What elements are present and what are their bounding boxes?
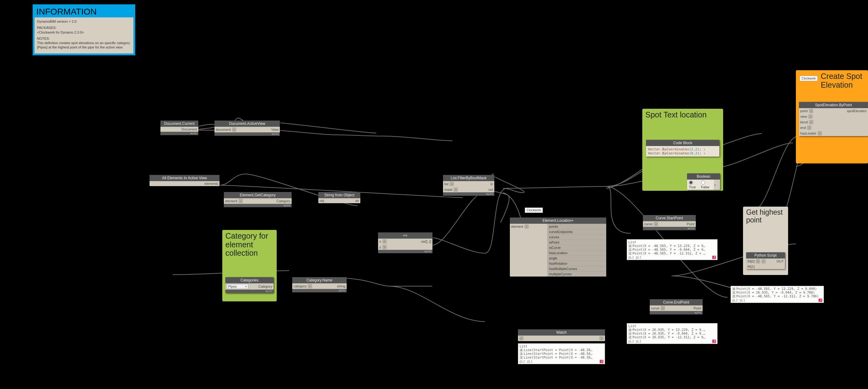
preview-line: Line(StartPoint = Point(X = -48.56… bbox=[524, 355, 592, 359]
chevron-down-icon: ▾ bbox=[245, 285, 247, 288]
port-out[interactable]: points bbox=[547, 224, 606, 229]
chevron-right-icon[interactable]: › bbox=[450, 182, 454, 186]
port-out[interactable]: Point bbox=[693, 306, 701, 310]
chevron-right-icon[interactable]: › bbox=[818, 131, 822, 135]
chevron-right-icon[interactable]: › bbox=[654, 222, 658, 226]
node-title: String from Object bbox=[318, 192, 360, 198]
chevron-right-icon[interactable]: › bbox=[308, 284, 312, 288]
chevron-right-icon[interactable]: › bbox=[524, 224, 529, 229]
port-out[interactable]: elements bbox=[204, 182, 218, 186]
port-in-mask[interactable]: mask bbox=[444, 188, 452, 191]
preview-curve-endpoint: List 0Point(X = 26.935, Y = 13.229, Z = … bbox=[627, 323, 717, 344]
node-equals[interactable]: == x › var[]..[] y › AUTO bbox=[378, 232, 432, 253]
port-out[interactable]: spotElevation bbox=[847, 109, 867, 113]
port-in[interactable]: hasLeader bbox=[800, 131, 816, 135]
node-watch[interactable]: Watch › › bbox=[518, 329, 605, 341]
package-tag-clockwork: Clockwork bbox=[800, 76, 818, 81]
code-block-content[interactable]: Vector.ByCoordinates(2,2); › Vector.ByCo… bbox=[646, 146, 719, 157]
port-in-x[interactable]: x bbox=[379, 239, 381, 243]
port-out[interactable]: hasRotation bbox=[547, 261, 606, 266]
port-out-out[interactable]: out bbox=[488, 188, 493, 191]
port-out[interactable]: hasMultipleCurves bbox=[547, 266, 606, 271]
port-in[interactable]: curve bbox=[651, 306, 659, 310]
port-in-list[interactable]: list bbox=[444, 182, 448, 186]
port-out[interactable]: Category bbox=[276, 199, 290, 203]
categories-dropdown[interactable]: Pipes ▾ bbox=[227, 284, 248, 289]
boolean-false-option[interactable]: False bbox=[701, 181, 712, 189]
port-in[interactable]: curve bbox=[644, 222, 653, 226]
port-out[interactable]: str bbox=[355, 199, 359, 202]
port-out[interactable]: Document bbox=[182, 127, 197, 131]
plus-button[interactable]: + bbox=[756, 259, 760, 263]
node-title: Python Script bbox=[746, 252, 785, 259]
chevron-right-icon[interactable]: › bbox=[808, 114, 813, 119]
node-filter-by-boolmask[interactable]: List.FilterByBoolMask list › in mask › o… bbox=[443, 175, 494, 196]
port-in1[interactable]: IN[1] bbox=[747, 265, 754, 268]
port-out[interactable]: Category bbox=[258, 285, 272, 288]
port-in0[interactable]: IN[0] bbox=[747, 259, 754, 263]
port-in[interactable]: category bbox=[293, 284, 307, 288]
node-boolean[interactable]: Boolean True False › bbox=[687, 173, 720, 190]
chevron-right-icon[interactable]: › bbox=[714, 183, 719, 187]
minus-button[interactable]: - bbox=[762, 259, 766, 263]
chevron-right-icon[interactable]: › bbox=[519, 336, 524, 341]
chevron-right-icon[interactable]: › bbox=[809, 120, 813, 124]
node-string-from-object[interactable]: String from Object obj str bbox=[318, 192, 360, 203]
node-python-script[interactable]: Python Script IN[0] + - OUT IN[1] bbox=[746, 252, 785, 269]
node-document-current[interactable]: Document.Current Document AUTO bbox=[160, 121, 198, 135]
chevron-right-icon[interactable]: › bbox=[232, 127, 236, 132]
chevron-right-icon[interactable]: › bbox=[239, 199, 243, 203]
port-out[interactable]: string bbox=[337, 284, 345, 288]
node-title: All Elements In Active View bbox=[150, 175, 219, 181]
port-out[interactable]: isCurve bbox=[547, 245, 606, 250]
boolean-true-option[interactable]: True bbox=[689, 181, 699, 189]
port-out[interactable]: angle bbox=[547, 255, 606, 261]
node-element-get-category[interactable]: Element.GetCategory element › Category A… bbox=[224, 192, 291, 207]
node-document-activeview[interactable]: Document.ActiveView document › View AUTO bbox=[215, 121, 280, 136]
node-lacing: AUTO bbox=[224, 204, 291, 207]
node-title: Document.ActiveView bbox=[215, 121, 280, 127]
port-out-in[interactable]: in bbox=[490, 182, 493, 186]
node-category-name[interactable]: Category.Name category › string AUTO bbox=[292, 277, 347, 292]
port-out[interactable]: OUT bbox=[777, 259, 784, 263]
port-out[interactable]: Point bbox=[687, 222, 694, 226]
port-in-y[interactable]: y bbox=[379, 245, 381, 249]
port-in[interactable]: end bbox=[800, 126, 806, 130]
node-lacing: AUTO bbox=[215, 132, 280, 136]
group-title: Get highest point bbox=[746, 208, 785, 224]
node-element-location-plus[interactable]: Element.Location+ element › points curve… bbox=[510, 218, 606, 277]
node-title: Category.Name bbox=[292, 277, 347, 283]
port-out[interactable]: hasLocation bbox=[547, 250, 606, 255]
node-curve-startpoint[interactable]: Curve.StartPoint curve › Point AUTO bbox=[643, 215, 696, 230]
node-lacing: AUTO bbox=[225, 290, 274, 293]
port-in[interactable]: element bbox=[225, 199, 237, 203]
chevron-right-icon[interactable]: › bbox=[809, 109, 813, 113]
port-out[interactable]: curveEndpoints bbox=[547, 229, 606, 234]
chevron-right-icon[interactable]: › bbox=[661, 306, 665, 311]
port-in[interactable]: element bbox=[511, 225, 523, 228]
chevron-right-icon[interactable]: › bbox=[807, 126, 811, 130]
port-in[interactable]: obj bbox=[319, 199, 324, 202]
port-out[interactable]: isPoint bbox=[547, 239, 606, 245]
node-title: Code Block bbox=[646, 140, 719, 146]
port-out[interactable]: var[]..[] bbox=[421, 239, 431, 243]
node-curve-endpoint[interactable]: Curve.EndPoint curve › Point AUTO bbox=[650, 299, 703, 315]
chevron-right-icon[interactable]: › bbox=[454, 187, 458, 192]
preview-line: Point(X = 26.935, Y = -0.044, Z = 9.786) bbox=[736, 291, 815, 294]
chevron-right-icon[interactable]: › bbox=[382, 245, 387, 249]
node-all-elements-active-view[interactable]: All Elements In Active View elements bbox=[150, 175, 219, 186]
port-out[interactable]: View bbox=[271, 128, 279, 131]
node-categories[interactable]: Categories Pipes ▾ Category AUTO bbox=[225, 277, 274, 293]
chevron-right-icon[interactable]: › bbox=[599, 336, 604, 341]
port-in[interactable]: view bbox=[800, 115, 807, 118]
preview-curve-startpoint: List 0Point(X = -48.565, Y = 13.229, Z =… bbox=[627, 239, 717, 260]
port-out[interactable]: curves bbox=[547, 234, 606, 239]
node-code-block[interactable]: Code Block Vector.ByCoordinates(2,2); › … bbox=[646, 140, 719, 157]
port-in[interactable]: bend bbox=[800, 120, 808, 124]
node-spot-elevation-by-point[interactable]: SpotElevation.ByPoint point › spotElevat… bbox=[799, 102, 868, 136]
node-lacing: AUTO bbox=[443, 192, 494, 196]
port-out[interactable]: multipleCurves bbox=[547, 271, 606, 277]
port-in[interactable]: point bbox=[800, 109, 808, 113]
chevron-right-icon[interactable]: › bbox=[382, 239, 387, 244]
port-in[interactable]: document bbox=[216, 128, 231, 131]
